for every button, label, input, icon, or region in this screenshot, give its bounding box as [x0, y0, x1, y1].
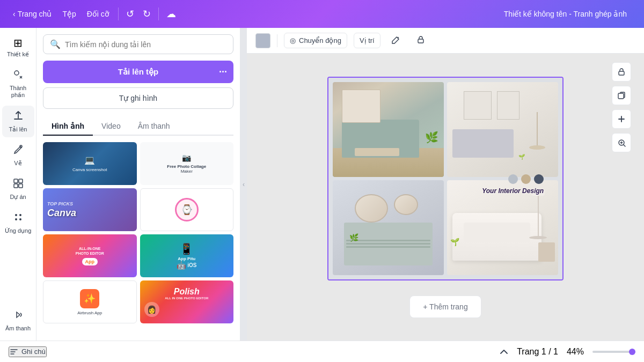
sidebar-item-upload[interactable]: Tải lên	[2, 106, 34, 137]
collage-brand-text: Your Interior Design	[482, 187, 544, 195]
thumbnail-item[interactable]: TOP PICKS Canva	[43, 188, 137, 231]
audio-icon	[12, 309, 24, 323]
status-bar: Ghi chú Trang 1 / 1 44%	[0, 341, 644, 362]
thumb-image-7: ✨ Airbrush App	[43, 281, 136, 323]
save-cloud-button[interactable]: ☁	[163, 5, 179, 23]
upload-file-label: Tải lên tệp	[118, 67, 159, 77]
thumb-image-1: 💻 Canva screenshot	[43, 142, 137, 185]
topbar-left: ‹ Trang chủ Tệp Đối cỡ ↺ ↻ ☁	[9, 5, 179, 23]
lock-button[interactable]	[412, 32, 430, 50]
thumb-image-8: Polish ALL IN ONE PHOTO EDITOR 👩	[140, 280, 234, 323]
search-icon: 🔍	[50, 39, 61, 49]
thumbnail-item[interactable]: 📱 App Pitu 🤖 iOS	[140, 234, 234, 277]
sidebar-item-apps[interactable]: Ứng dụng	[2, 207, 34, 239]
tab-video[interactable]: Video	[93, 117, 129, 136]
main-layout: ⊞ Thiết kế Thành phần Tải lên	[0, 28, 644, 341]
design-label: Thiết kế	[7, 51, 29, 58]
thumb-image-6: 📱 App Pitu 🤖 iOS	[140, 234, 234, 277]
draw-icon	[12, 144, 24, 158]
notes-button[interactable]: Ghi chú	[9, 346, 47, 357]
color-swatch[interactable]	[255, 33, 270, 48]
sidebar-item-projects[interactable]: Dự án	[2, 173, 34, 205]
collage-cell-1: 🌿	[333, 82, 444, 177]
scroll-up-button[interactable]	[500, 348, 508, 356]
zoom-canvas-button[interactable]	[612, 133, 631, 152]
draw-label: Vẽ	[14, 160, 21, 167]
tab-audio[interactable]: Âm thanh	[129, 117, 179, 136]
apps-icon	[12, 211, 24, 226]
thumbnail-item[interactable]: ✨ Airbrush App	[43, 280, 137, 323]
media-tabs: Hình ảnh Video Âm thanh	[43, 117, 233, 136]
redo-icon: ↻	[143, 8, 151, 20]
zoom-thumb	[629, 349, 635, 355]
thumbnail-item[interactable]: 💻 Canva screenshot	[43, 142, 137, 185]
topbar-separator-2	[158, 8, 159, 20]
collage-cell-2: 🌱	[447, 82, 558, 177]
images-tab-label: Hình ảnh	[52, 122, 84, 130]
thumbnail-item[interactable]: ALL-IN-ONEPHOTO EDITOR App	[43, 234, 137, 277]
status-right: Trang 1 / 1 44%	[500, 347, 635, 357]
svg-point-7	[15, 218, 17, 220]
projects-label: Dự án	[10, 194, 26, 201]
thumb-image-4: ⌚	[141, 189, 233, 231]
canvas-scroll[interactable]: 🌿	[247, 54, 644, 341]
svg-rect-10	[619, 71, 624, 75]
topbar: ‹ Trang chủ Tệp Đối cỡ ↺ ↻ ☁ Thiết kế kh…	[0, 0, 644, 28]
position-button[interactable]: Vị trí	[354, 33, 380, 48]
sidebar-item-components[interactable]: Thành phần	[2, 64, 34, 103]
components-icon	[12, 69, 24, 83]
thumb-image-3: TOP PICKS Canva	[43, 188, 137, 231]
add-button[interactable]	[612, 109, 631, 129]
panel-collapse-handle[interactable]: ‹	[240, 28, 247, 341]
more-options-icon: ···	[219, 67, 227, 78]
resize-button[interactable]: Đối cỡ	[83, 8, 114, 20]
thumbnail-item[interactable]: Polish ALL IN ONE PHOTO EDITOR 👩	[140, 280, 234, 323]
left-panel-content: 🔍 Tải lên tệp ··· Tự ghi hình Hình ảnh V…	[36, 28, 240, 341]
home-label: Trang chủ	[18, 10, 52, 18]
file-button[interactable]: Tệp	[58, 8, 80, 20]
svg-point-5	[15, 214, 17, 216]
lock-canvas-button[interactable]	[612, 62, 631, 82]
add-page-button[interactable]: + Thêm trang	[409, 295, 481, 318]
tab-images[interactable]: Hình ảnh	[43, 117, 93, 136]
canvas-controls-right	[612, 62, 631, 152]
collapse-icon: ‹	[243, 181, 245, 188]
upload-label: Tải lên	[9, 126, 27, 133]
search-input[interactable]	[65, 40, 226, 49]
paint-button[interactable]	[387, 32, 405, 50]
motion-button[interactable]: ◎ Chuyển động	[284, 33, 347, 48]
document-title: Thiết kế không tên - Tranh ghép ảnh	[504, 10, 627, 18]
sidebar-item-audio[interactable]: Âm thanh	[2, 305, 34, 336]
sidebar-item-design[interactable]: ⊞ Thiết kế	[2, 32, 34, 62]
thumb-image-5: ALL-IN-ONEPHOTO EDITOR App	[43, 234, 137, 277]
record-label: Tự ghi hình	[119, 94, 157, 102]
undo-button[interactable]: ↺	[123, 5, 137, 23]
thumbnails-grid: 💻 Canva screenshot 📷 Free Photo Collage …	[43, 142, 233, 323]
back-icon: ‹	[13, 10, 16, 18]
thumbnail-item[interactable]: ⌚	[140, 188, 234, 231]
motion-icon: ◎	[290, 36, 296, 45]
redo-button[interactable]: ↻	[140, 5, 154, 23]
svg-rect-11	[618, 93, 624, 99]
thumbnail-item[interactable]: 📷 Free Photo Collage Maker	[140, 142, 234, 185]
canvas-toolbar: ◎ Chuyển động Vị trí	[247, 28, 644, 54]
thumb-image-2: 📷 Free Photo Collage Maker	[140, 142, 234, 185]
upload-icon	[12, 110, 24, 124]
resize-label: Đối cỡ	[87, 10, 109, 18]
design-canvas[interactable]: 🌿	[327, 77, 564, 280]
toolbar-separator-1	[277, 34, 277, 47]
svg-rect-3	[14, 184, 18, 188]
cloud-icon: ☁	[166, 8, 176, 20]
sidebar-item-draw[interactable]: Vẽ	[2, 139, 34, 171]
undo-icon: ↺	[126, 8, 134, 20]
svg-rect-4	[19, 184, 23, 188]
audio-tab-label: Âm thanh	[138, 122, 170, 130]
back-button[interactable]: ‹ Trang chủ	[9, 8, 56, 20]
zoom-slider[interactable]	[592, 351, 635, 353]
svg-point-8	[19, 218, 21, 220]
upload-file-button[interactable]: Tải lên tệp ···	[43, 61, 233, 83]
projects-icon	[12, 178, 24, 192]
self-record-button[interactable]: Tự ghi hình	[43, 87, 233, 109]
duplicate-button[interactable]	[612, 86, 631, 105]
color-dot-1	[508, 174, 518, 184]
